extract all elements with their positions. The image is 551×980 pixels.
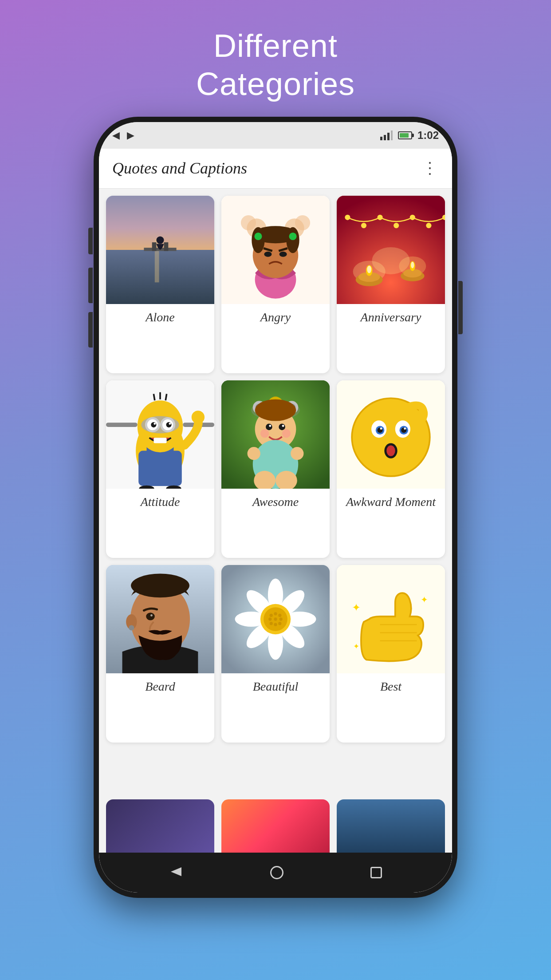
category-awkward[interactable]: Awkward Moment [337,380,445,558]
partial-card-1[interactable] [106,799,214,853]
svg-point-79 [266,423,272,430]
svg-point-115 [146,612,155,620]
category-beautiful[interactable]: Beautiful [221,565,330,743]
svg-point-41 [378,214,383,220]
category-anniversary[interactable]: Anniversary [337,196,445,373]
status-bar: ◀ ▶ 1:02 [99,122,452,149]
svg-point-21 [254,233,262,240]
home-button[interactable] [270,866,283,879]
svg-point-24 [279,251,287,257]
category-beard[interactable]: Beard [106,565,214,743]
attitude-image [106,380,214,489]
partial-category-row [99,799,452,853]
svg-rect-2 [387,133,390,140]
awesome-image [221,380,330,489]
back-icon [169,865,183,879]
svg-point-89 [248,447,260,460]
bottom-navigation [99,853,452,893]
svg-point-10 [156,236,164,244]
svg-point-90 [291,447,303,460]
volume-up-button [88,268,93,303]
svg-rect-48 [138,450,182,486]
partial-card-2[interactable] [221,799,330,853]
svg-point-130 [278,614,281,617]
svg-point-43 [410,214,415,220]
svg-point-101 [404,427,406,430]
attitude-label: Attitude [106,489,214,515]
svg-line-106 [415,411,417,417]
svg-point-30 [372,247,409,274]
svg-point-42 [394,223,399,228]
signal-icon [380,130,393,140]
svg-point-129 [274,612,277,615]
overflow-menu-button[interactable]: ⋮ [422,159,439,178]
alone-label: Alone [106,304,214,331]
svg-point-103 [386,445,395,456]
beard-label: Beard [106,673,214,700]
svg-point-133 [279,617,283,620]
back-button[interactable] [169,865,183,881]
notification-icon-1: ◀ [112,130,120,141]
best-label: Best [337,673,445,700]
svg-point-23 [264,251,272,257]
status-left-icons: ◀ ▶ [112,130,134,141]
svg-point-136 [278,622,281,625]
svg-point-44 [426,223,431,228]
anniversary-label: Anniversary [337,304,445,331]
svg-point-20 [286,227,299,253]
svg-line-64 [153,394,154,400]
svg-line-107 [420,411,421,417]
svg-point-82 [282,425,284,427]
svg-point-113 [129,625,134,630]
svg-text:✦: ✦ [421,595,428,605]
svg-point-67 [192,411,205,423]
svg-point-131 [268,617,272,620]
recents-button[interactable] [370,867,382,878]
category-best[interactable]: ✦ ✦ ✦ Best [337,565,445,743]
angry-image [221,196,330,304]
page-header: DifferentCategories [178,0,373,117]
svg-point-134 [270,622,273,625]
svg-point-100 [380,427,382,430]
status-right-info: 1:02 [380,129,439,142]
recents-icon [370,867,382,878]
category-awesome[interactable]: Awesome [221,380,330,558]
svg-text:✦: ✦ [352,601,361,613]
svg-point-81 [269,425,271,427]
home-icon [270,866,283,879]
svg-rect-3 [391,130,393,140]
svg-point-39 [345,214,350,220]
beautiful-label: Beautiful [221,673,330,700]
clock: 1:02 [417,129,439,142]
svg-point-83 [260,429,269,438]
category-alone[interactable]: Alone [106,196,214,373]
category-angry[interactable]: Angry [221,196,330,373]
phone-device: ◀ ▶ 1:02 Quotes and Captions ⋮ [94,117,457,898]
svg-point-15 [295,215,310,230]
svg-rect-1 [384,135,386,140]
partial-card-3[interactable] [337,799,445,853]
svg-rect-8 [152,242,157,251]
svg-point-60 [169,423,171,425]
svg-text:✦: ✦ [353,642,359,651]
svg-point-13 [241,215,256,230]
awkward-label: Awkward Moment [337,489,445,515]
svg-point-128 [270,614,273,617]
volume-down-button [88,312,93,348]
svg-point-132 [274,617,277,620]
svg-point-135 [274,623,277,626]
svg-rect-9 [164,242,169,251]
category-grid: Alone [99,189,452,799]
category-attitude[interactable]: Attitude [106,380,214,558]
alone-image [106,196,214,304]
angry-label: Angry [221,304,330,331]
app-bar: Quotes and Captions ⋮ [99,149,452,189]
svg-point-38 [411,262,414,269]
beard-image [106,565,214,673]
lock-button [458,281,463,334]
svg-rect-5 [106,250,214,304]
svg-rect-61 [106,423,138,427]
beautiful-image [221,565,330,673]
best-image: ✦ ✦ ✦ [337,565,445,673]
svg-point-85 [255,399,296,421]
